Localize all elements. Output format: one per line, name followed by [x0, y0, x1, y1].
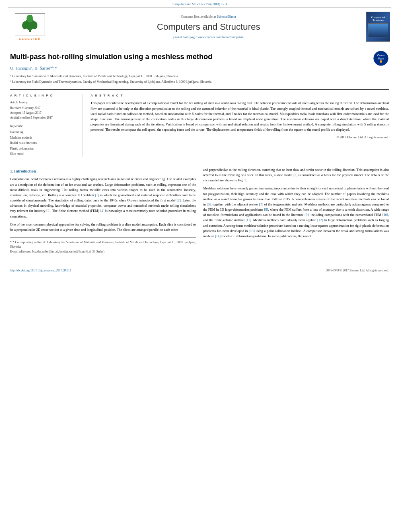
- science-direct-link[interactable]: ScienceDirect: [217, 14, 236, 18]
- article-title: Multi-pass hot-rolling simulation using …: [10, 52, 389, 62]
- ref-6-link[interactable]: [6]: [207, 202, 211, 206]
- svg-point-2: [22, 21, 28, 29]
- cover-image: Computers & Structures: [366, 12, 390, 42]
- right-paragraph-1: and perpendicular to the rolling directi…: [203, 167, 389, 183]
- keywords-section: Keywords: Hot rolling Meshless methods R…: [10, 124, 76, 157]
- history-label: Article history:: [10, 101, 76, 104]
- keyword-plastic: Plastic deformation: [10, 146, 76, 152]
- abstract-text: This paper describes the development of …: [90, 101, 389, 132]
- doi-link[interactable]: http://dx.doi.org/10.1016/j.compstruc.20…: [10, 269, 71, 272]
- ref-5-link[interactable]: [5]: [293, 173, 297, 177]
- ref-12-link[interactable]: [12]: [317, 218, 323, 222]
- top-citation-text: Computers and Structures 194 (2018) 1–14: [172, 2, 227, 6]
- keyword-hot-rolling: Hot rolling: [10, 129, 76, 135]
- cover-image-graphic: [368, 23, 388, 37]
- keyword-slice: Slice model: [10, 151, 76, 157]
- intro-paragraph-1: Computational solid mechanics remains as…: [10, 177, 196, 219]
- main-body: 1. Introduction Computational solid mech…: [10, 167, 389, 254]
- elsevier-logo-section: ELSEVIER: [8, 12, 56, 42]
- intro-section-title: 1. Introduction: [10, 168, 196, 175]
- bottom-bar: http://dx.doi.org/10.1016/j.compstruc.20…: [0, 266, 399, 275]
- ref-9-link[interactable]: [9]: [304, 213, 309, 217]
- page-wrapper: Computers and Structures 194 (2018) 1–14…: [0, 0, 399, 532]
- ref-10-link[interactable]: [10]: [383, 213, 388, 217]
- article-info-abstract-section: A R T I C L E I N F O Article history: R…: [10, 89, 389, 157]
- keyword-meshless: Meshless methods: [10, 135, 76, 141]
- footnote-star-symbol: *: [10, 240, 12, 244]
- abstract-section: A B S T R A C T This paper describes the…: [90, 94, 389, 157]
- intro-paragraph-2: One of the most common physical approach…: [10, 222, 196, 232]
- footnote-corresponding-text: * Corresponding author at: Laboratory fo…: [10, 240, 196, 249]
- elsevier-logo-box: [15, 13, 45, 35]
- elsevier-logo: ELSEVIER: [15, 13, 45, 41]
- svg-point-8: [380, 60, 382, 63]
- received-date: Received 9 January 2017: [10, 106, 76, 111]
- keyword-rbf: Radial basis functions: [10, 140, 76, 146]
- footnote-corresponding: * * Corresponding author at: Laboratory …: [10, 240, 196, 249]
- ref-3-link[interactable]: [3]: [46, 209, 50, 213]
- footnote-section: * * Corresponding author at: Laboratory …: [10, 237, 196, 254]
- elsevier-tree-icon: [17, 15, 43, 33]
- right-paragraph-2: Meshless solutions have recently gained …: [203, 186, 389, 239]
- abstract-header: A B S T R A C T: [90, 94, 389, 97]
- ref-8-link[interactable]: [8]: [264, 207, 268, 212]
- ref-4-link[interactable]: [4]: [100, 209, 104, 213]
- science-direct-line: Contents lists available at ScienceDirec…: [181, 14, 236, 18]
- contents-text: Contents lists available at: [181, 14, 216, 18]
- column-left: 1. Introduction Computational solid mech…: [10, 167, 196, 254]
- copyright: © 2017 Elsevier Ltd. All rights reserved…: [90, 136, 389, 139]
- accepted-date: Accepted 15 August 2017: [10, 111, 76, 115]
- keywords-label: Keywords:: [10, 124, 76, 128]
- article-content: Cross Mark Multi-pass hot-rolling simula…: [0, 46, 399, 260]
- ref-7-link[interactable]: [7]: [259, 202, 263, 206]
- affiliation-b: ᵇ Laboratory for Fluid Dynamics and Ther…: [10, 80, 389, 84]
- journal-title: Computers and Structures: [157, 22, 260, 32]
- section-divider: [10, 163, 389, 163]
- svg-text:Mark: Mark: [378, 57, 384, 60]
- ref-13-link[interactable]: [13]: [249, 229, 255, 233]
- journal-header-center: Contents lists available at ScienceDirec…: [56, 12, 361, 42]
- column-right: and perpendicular to the rolling directi…: [203, 167, 389, 254]
- journal-cover-thumbnail: Computers & Structures: [361, 12, 391, 42]
- journal-homepage: journal homepage: www.elsevier.com/locat…: [173, 35, 245, 39]
- article-info: A R T I C L E I N F O Article history: R…: [10, 94, 82, 157]
- affiliation-a: ᵃ Laboratory for Simulation of Materials…: [10, 74, 389, 79]
- issn-text: 0045-7949/© 2017 Elsevier Ltd. All right…: [326, 269, 389, 272]
- ref-11-link[interactable]: [11]: [246, 218, 251, 222]
- svg-text:Cross: Cross: [377, 54, 385, 57]
- ref-1-link[interactable]: [1]: [95, 193, 99, 197]
- available-date: Available online 5 September 2017: [10, 115, 76, 120]
- elsevier-wordmark: ELSEVIER: [19, 37, 41, 41]
- cover-title-text: Computers & Structures: [368, 16, 389, 22]
- ref-2-link[interactable]: [2]: [177, 198, 181, 202]
- svg-point-3: [32, 21, 37, 29]
- crossmark-badge[interactable]: Cross Mark: [373, 50, 389, 66]
- ref-14-link[interactable]: [14]: [215, 234, 220, 238]
- journal-header: ELSEVIER Contents lists available at Sci…: [8, 7, 391, 46]
- article-history: Article history: Received 9 January 2017…: [10, 101, 76, 120]
- footnote-email: E-mail addresses: bozidar.sarler@imt.si,…: [10, 249, 196, 254]
- authors-line: U. Hanogluᵃ, B. Šarlerᵃʰ,*: [10, 66, 389, 71]
- authors-text: U. Hanogluᵃ, B. Šarlerᵃʰ,*: [10, 66, 57, 70]
- article-info-header: A R T I C L E I N F O: [10, 94, 76, 97]
- journal-top-citation: Computers and Structures 194 (2018) 1–14: [0, 0, 399, 7]
- affiliations: ᵃ Laboratory for Simulation of Materials…: [10, 74, 389, 84]
- article-title-section: Cross Mark Multi-pass hot-rolling simula…: [10, 52, 389, 62]
